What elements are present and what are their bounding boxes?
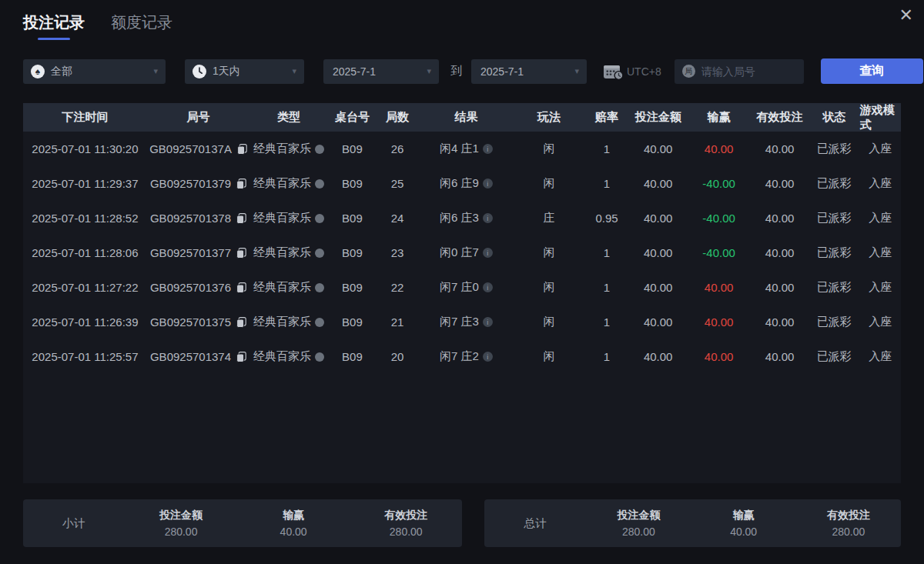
game-no-input[interactable] xyxy=(701,65,796,78)
cell-play: 闲 xyxy=(514,166,584,201)
result-score: 闲7 庄2 xyxy=(440,349,479,364)
type-info-icon[interactable] xyxy=(315,283,324,292)
cell-table-no: B09 xyxy=(328,270,377,305)
table-no: B09 xyxy=(342,246,363,259)
cell-result: 闲7 庄0 i xyxy=(418,270,514,305)
chevron-down-icon: ▾ xyxy=(286,66,296,76)
cell-type: 经典百家乐 xyxy=(249,270,328,305)
type-info-icon[interactable] xyxy=(315,214,324,223)
date-from-picker[interactable]: 2025-7-1 ▾ xyxy=(323,59,439,84)
bet-time: 2025-07-01 11:26:39 xyxy=(32,315,138,329)
game-no: GB0925701376 xyxy=(150,281,231,294)
date-to-picker[interactable]: 2025-7-1 ▾ xyxy=(471,59,587,84)
cell-win-loss: -40.00 xyxy=(687,235,752,270)
round-no: 23 xyxy=(391,246,404,259)
cell-win-loss: 40.00 xyxy=(687,305,752,339)
game-type: 经典百家乐 xyxy=(253,245,311,260)
cell-odds: 1 xyxy=(584,339,629,374)
cell-game-mode: 入座 xyxy=(860,305,901,339)
win-loss-value: 40.00 xyxy=(730,526,757,538)
copy-icon[interactable] xyxy=(236,317,246,328)
total-bet-amount: 投注金额 280.00 xyxy=(586,509,691,538)
tab-bar: 投注记录 额度记录 xyxy=(0,0,924,40)
info-icon[interactable]: i xyxy=(483,248,493,258)
game-type: 经典百家乐 xyxy=(253,349,311,364)
total-win-loss: 输赢 40.00 xyxy=(691,509,796,538)
cell-bet-amount: 40.00 xyxy=(630,132,687,166)
table-no: B09 xyxy=(342,281,363,294)
info-icon[interactable]: i xyxy=(483,317,493,327)
win-loss-label: 输赢 xyxy=(733,509,755,522)
cell-bet-amount: 40.00 xyxy=(630,235,687,270)
info-icon[interactable]: i xyxy=(483,213,493,223)
col-header-game-mode: 游戏模式 xyxy=(860,103,901,132)
copy-icon[interactable] xyxy=(236,213,246,224)
tab-betting-records-label: 投注记录 xyxy=(23,14,85,31)
cell-valid-bet: 40.00 xyxy=(752,235,808,270)
copy-icon[interactable] xyxy=(236,282,246,293)
info-icon[interactable]: i xyxy=(483,352,493,362)
info-icon[interactable]: i xyxy=(483,282,493,292)
type-info-icon[interactable] xyxy=(315,249,324,258)
copy-icon[interactable] xyxy=(236,179,246,189)
type-info-icon[interactable] xyxy=(315,318,324,327)
time-range-select[interactable]: 1天内 ▾ xyxy=(185,59,304,84)
col-header-game-no: 局号 xyxy=(147,103,249,132)
play-type: 闲 xyxy=(544,280,555,295)
win-loss-amount: 40.00 xyxy=(705,315,734,329)
table-no: B09 xyxy=(342,177,363,190)
game-type-select[interactable]: ♠ 全部 ▾ xyxy=(23,59,166,84)
game-type-value: 全部 xyxy=(51,65,72,78)
copy-icon[interactable] xyxy=(236,352,246,362)
cell-play: 闲 xyxy=(514,305,584,339)
cell-valid-bet: 40.00 xyxy=(752,305,808,339)
tab-betting-records[interactable]: 投注记录 xyxy=(23,12,85,40)
time-range-value: 1天内 xyxy=(213,65,240,78)
cell-type: 经典百家乐 xyxy=(249,305,328,339)
cell-odds: 1 xyxy=(584,166,629,201)
type-info-icon[interactable] xyxy=(315,145,324,154)
cell-win-loss: -40.00 xyxy=(687,201,752,235)
odds: 1 xyxy=(604,350,610,363)
info-icon[interactable]: i xyxy=(483,144,493,154)
round-no: 25 xyxy=(391,177,404,190)
status-text: 已派彩 xyxy=(817,349,852,364)
col-header-status: 状态 xyxy=(808,103,860,132)
copy-icon[interactable] xyxy=(236,248,246,259)
cell-type: 经典百家乐 xyxy=(249,201,328,235)
table-row: 2025-07-01 11:27:22 GB0925701376 经典百家乐 B… xyxy=(23,270,901,305)
query-button[interactable]: 查询 xyxy=(821,58,923,84)
close-icon[interactable]: ✕ xyxy=(895,3,918,28)
win-loss-label: 输赢 xyxy=(283,509,304,522)
play-type: 庄 xyxy=(544,211,555,225)
bet-amount: 40.00 xyxy=(644,315,673,329)
info-icon[interactable]: i xyxy=(483,179,493,189)
win-loss-amount: -40.00 xyxy=(702,177,735,190)
table-body: 2025-07-01 11:30:20 GB092570137A 经典百家乐 B… xyxy=(23,132,901,374)
round-no: 20 xyxy=(391,350,404,363)
subtotal-win-loss: 输赢 40.00 xyxy=(237,509,350,538)
status-text: 已派彩 xyxy=(817,315,852,329)
game-type: 经典百家乐 xyxy=(253,211,311,225)
copy-icon[interactable] xyxy=(237,144,247,155)
type-info-icon[interactable] xyxy=(315,352,324,362)
cell-game-no: GB0925701376 xyxy=(147,270,249,305)
cell-rounds: 25 xyxy=(377,166,418,201)
bet-amount: 40.00 xyxy=(644,212,673,225)
cell-bet-time: 2025-07-01 11:26:39 xyxy=(23,305,147,339)
table-row: 2025-07-01 11:25:57 GB0925701374 经典百家乐 B… xyxy=(23,339,901,374)
cell-status: 已派彩 xyxy=(808,235,860,270)
type-info-icon[interactable] xyxy=(315,179,324,189)
cell-valid-bet: 40.00 xyxy=(752,201,808,235)
tab-quota-records[interactable]: 额度记录 xyxy=(111,12,172,40)
game-no: GB0925701378 xyxy=(150,212,231,225)
cell-bet-time: 2025-07-01 11:30:20 xyxy=(23,132,147,166)
cell-play: 闲 xyxy=(514,235,584,270)
cell-result: 闲7 庄3 i xyxy=(418,305,514,339)
cell-valid-bet: 40.00 xyxy=(752,339,808,374)
cell-game-no: GB0925701375 xyxy=(147,305,249,339)
tab-quota-records-label: 额度记录 xyxy=(111,14,172,31)
calendar-clock-icon xyxy=(603,63,624,80)
cell-bet-time: 2025-07-01 11:27:22 xyxy=(23,270,147,305)
game-no-icon: 局 xyxy=(682,65,695,78)
